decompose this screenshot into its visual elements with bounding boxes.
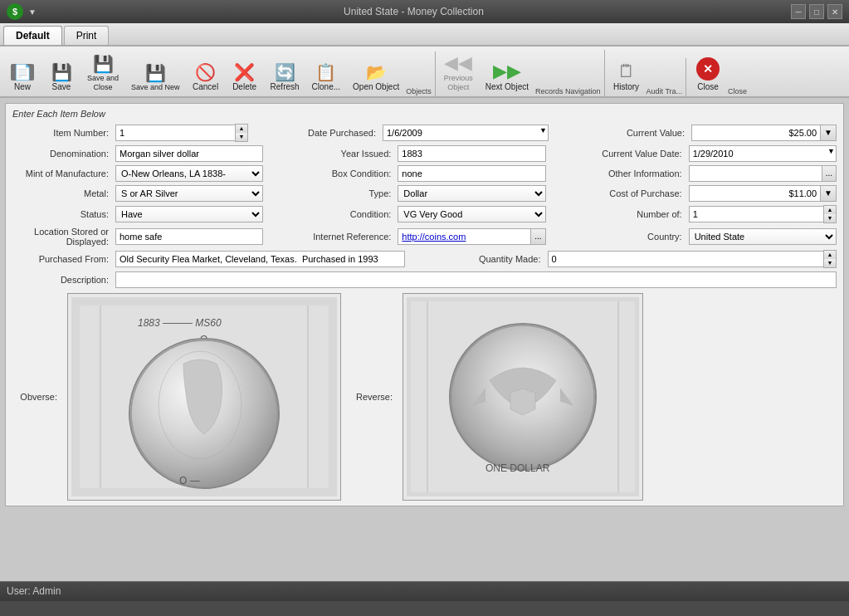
internet-ref-field[interactable]: ... bbox=[398, 228, 545, 245]
new-icon: 📄 bbox=[11, 64, 34, 81]
other-info-input[interactable] bbox=[689, 165, 822, 182]
mint-label: Mint of Manufacture: bbox=[12, 169, 112, 178]
status-select[interactable]: Have bbox=[115, 206, 263, 222]
current-value-date-field[interactable]: ▼ bbox=[689, 145, 837, 162]
year-issued-label: Year Issued: bbox=[286, 149, 394, 159]
save-icon: 💾 bbox=[51, 64, 72, 81]
internet-ref-btn[interactable]: ... bbox=[530, 228, 545, 245]
open-object-button[interactable]: 📂 Open Object bbox=[347, 60, 405, 96]
type-label: Type: bbox=[286, 188, 394, 198]
close-button[interactable]: ✕ Close bbox=[689, 53, 727, 96]
new-button[interactable]: 📄 New bbox=[3, 60, 41, 96]
refresh-label: Refresh bbox=[271, 82, 300, 92]
nav-group-label: Records Navigation bbox=[535, 87, 601, 96]
prev-button[interactable]: ◀◀ PreviousObject bbox=[438, 50, 479, 96]
window-title: United State - Money Collection bbox=[37, 6, 791, 17]
item-number-up[interactable]: ▲ bbox=[236, 125, 247, 133]
cost-of-purchase-field[interactable]: $11.00 ▼ bbox=[689, 185, 837, 202]
item-number-spin[interactable]: ▲ ▼ bbox=[235, 124, 248, 142]
date-purchased-field[interactable]: ▼ bbox=[383, 125, 549, 141]
number-of-spin[interactable]: ▲ ▼ bbox=[823, 205, 837, 223]
cancel-button[interactable]: 🚫 Cancel bbox=[187, 60, 225, 96]
description-input[interactable] bbox=[115, 271, 837, 288]
delete-button[interactable]: ❌ Delete bbox=[226, 60, 264, 96]
close-group-label: Close bbox=[728, 87, 747, 96]
toolbar-group-objects: 📄 New 💾 Save 💾 Save andClose 💾 Save and … bbox=[3, 51, 436, 96]
denomination-input[interactable] bbox=[115, 145, 263, 162]
save-close-button[interactable]: 💾 Save andClose bbox=[81, 51, 124, 96]
next-button[interactable]: ▶▶ Next Object bbox=[480, 58, 534, 96]
app-menu-arrow: ▼ bbox=[28, 7, 37, 17]
date-purchased-input[interactable] bbox=[383, 125, 549, 141]
quantity-made-input[interactable] bbox=[548, 251, 824, 267]
close-label: Close bbox=[697, 82, 719, 92]
close-window-button[interactable]: ✕ bbox=[827, 4, 842, 19]
other-info-field[interactable]: ... bbox=[689, 165, 837, 182]
app-icon: $ bbox=[7, 3, 23, 20]
reverse-container: Reverse: bbox=[354, 293, 643, 501]
other-info-btn[interactable]: ... bbox=[822, 165, 837, 182]
cancel-icon: 🚫 bbox=[195, 64, 216, 81]
description-label: Description: bbox=[12, 275, 112, 285]
maximize-button[interactable]: □ bbox=[809, 4, 824, 19]
toolbar-group-close: ✕ Close Close bbox=[689, 53, 750, 96]
internet-ref-input[interactable] bbox=[398, 228, 530, 245]
obverse-image: 1883 ——— MS60 O bbox=[67, 293, 341, 501]
quantity-made-spin[interactable]: ▲ ▼ bbox=[823, 250, 837, 268]
refresh-button[interactable]: 🔄 Refresh bbox=[265, 60, 305, 96]
section-title: Enter Each Item Below bbox=[12, 109, 837, 119]
toolbar-group-navigation: ◀◀ PreviousObject ▶▶ Next Object Records… bbox=[438, 50, 605, 96]
prev-icon: ◀◀ bbox=[444, 54, 472, 72]
save-new-label: Save and New bbox=[131, 83, 180, 92]
cost-of-purchase-dropdown[interactable]: ▼ bbox=[820, 185, 837, 202]
box-condition-input[interactable] bbox=[398, 165, 545, 182]
mint-select[interactable]: O-New Orleans, LA 1838- bbox=[115, 165, 263, 182]
metal-select[interactable]: S or AR Silver bbox=[115, 185, 263, 202]
country-select[interactable]: United State bbox=[689, 228, 837, 245]
minimize-button[interactable]: ─ bbox=[791, 4, 806, 19]
user-status: User: Admin bbox=[7, 585, 61, 597]
item-number-field[interactable]: ▲ ▼ bbox=[115, 124, 248, 142]
tab-default[interactable]: Default bbox=[3, 26, 62, 45]
purchased-from-input[interactable] bbox=[115, 251, 405, 267]
quantity-made-down[interactable]: ▼ bbox=[824, 259, 836, 267]
number-of-up[interactable]: ▲ bbox=[824, 206, 836, 214]
number-of-field[interactable]: ▲ ▼ bbox=[689, 205, 837, 223]
status-label: Status: bbox=[12, 209, 112, 219]
toolbar-group-audit: 🗒 History Audit Tra... bbox=[607, 58, 687, 96]
next-label: Next Object bbox=[485, 82, 529, 92]
delete-label: Delete bbox=[232, 82, 256, 92]
condition-select[interactable]: VG Very Good bbox=[398, 206, 545, 222]
save-button[interactable]: 💾 Save bbox=[42, 60, 81, 96]
item-number-down[interactable]: ▼ bbox=[236, 133, 247, 141]
save-new-icon: 💾 bbox=[145, 65, 166, 81]
prev-label: PreviousObject bbox=[444, 74, 473, 92]
number-of-down[interactable]: ▼ bbox=[824, 214, 836, 222]
current-value-label: Current Value: bbox=[572, 128, 688, 138]
item-number-input[interactable] bbox=[115, 125, 235, 141]
tab-print[interactable]: Print bbox=[64, 26, 110, 45]
svg-text:O —: O — bbox=[179, 475, 200, 486]
item-number-label: Item Number: bbox=[12, 128, 112, 138]
quantity-made-up[interactable]: ▲ bbox=[824, 251, 836, 259]
objects-group-label: Objects bbox=[406, 87, 432, 96]
metal-label: Metal: bbox=[12, 188, 112, 198]
obverse-container: Obverse: 1883 ——— MS60 O bbox=[19, 293, 341, 501]
location-input[interactable] bbox=[115, 228, 263, 245]
current-value-dropdown[interactable]: ▼ bbox=[820, 125, 837, 141]
obverse-label: Obverse: bbox=[19, 392, 61, 402]
clone-icon: 📋 bbox=[315, 64, 336, 81]
type-select[interactable]: Dollar bbox=[398, 185, 545, 202]
current-value-field[interactable]: $25.00 ▼ bbox=[691, 125, 837, 141]
current-value-date-input[interactable] bbox=[689, 145, 837, 162]
year-issued-input[interactable] bbox=[398, 145, 545, 162]
cost-of-purchase-display: $11.00 bbox=[689, 185, 820, 202]
number-of-input[interactable] bbox=[689, 206, 823, 222]
clone-label: Clone... bbox=[312, 82, 340, 92]
save-new-button[interactable]: 💾 Save and New bbox=[125, 61, 186, 96]
quantity-made-field[interactable]: ▲ ▼ bbox=[548, 250, 837, 268]
clone-button[interactable]: 📋 Clone... bbox=[306, 60, 346, 96]
current-value-display: $25.00 bbox=[691, 125, 820, 141]
history-button[interactable]: 🗒 History bbox=[607, 58, 646, 96]
location-label: Location Stored or Displayed: bbox=[12, 227, 112, 247]
